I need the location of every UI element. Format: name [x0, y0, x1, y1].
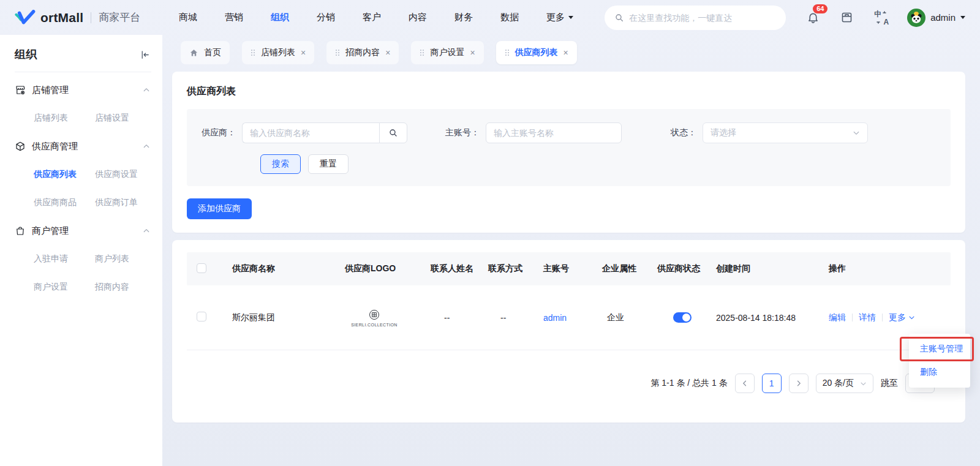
- tab-home[interactable]: 首页: [181, 41, 230, 64]
- nav-item-mall[interactable]: 商城: [179, 12, 197, 23]
- nav-item-organization[interactable]: 组织: [271, 12, 289, 23]
- sidebar-group-merchant: 商户管理 入驻申请 商户列表 商户设置 招商内容: [15, 217, 150, 301]
- language-button[interactable]: 中 A: [874, 10, 889, 25]
- sidebar-group-label: 供应商管理: [32, 141, 137, 152]
- select-all-checkbox[interactable]: [197, 263, 206, 273]
- nav-item-finance[interactable]: 财务: [454, 12, 473, 23]
- sidebar-item-shop-settings[interactable]: 店铺设置: [95, 104, 150, 132]
- page-button-1[interactable]: 1: [762, 374, 782, 393]
- page-title: 供应商列表: [187, 85, 951, 98]
- sidebar-item-merchant-list[interactable]: 商户列表: [95, 245, 150, 273]
- sidebar-item-entry-apply[interactable]: 入驻申请: [34, 245, 95, 273]
- chevron-up-icon: [143, 143, 150, 150]
- add-supplier-button[interactable]: 添加供应商: [187, 198, 252, 219]
- col-supplier-logo: 供应商LOGO: [337, 263, 431, 274]
- detail-link[interactable]: 详情: [859, 312, 876, 323]
- main-account-link[interactable]: admin: [543, 313, 602, 323]
- jump-label: 跳至: [881, 378, 898, 389]
- main-area: 首页 店铺列表 × 招商内容 × 商户设置 × 供应商列表 ×: [162, 35, 980, 466]
- notification-badge: 64: [813, 4, 827, 13]
- drag-handle-icon[interactable]: [505, 49, 510, 56]
- nav-item-customer[interactable]: 客户: [363, 12, 381, 23]
- edit-link[interactable]: 编辑: [829, 312, 846, 323]
- sidebar-item-merchant-settings[interactable]: 商户设置: [34, 273, 95, 301]
- reset-button[interactable]: 重置: [308, 154, 349, 174]
- caret-down-icon: [568, 16, 573, 19]
- sidebar-group-shop: 店铺管理 店铺列表 店铺设置: [15, 76, 150, 132]
- supplier-status-toggle[interactable]: [673, 312, 692, 323]
- caret-down-icon: [960, 16, 965, 19]
- tab-investment-content[interactable]: 招商内容 ×: [326, 41, 399, 64]
- supplier-name: 斯尔丽集团: [221, 312, 337, 323]
- global-search[interactable]: [605, 6, 786, 30]
- col-supplier-status: 供应商状态: [657, 263, 716, 274]
- search-icon: [614, 13, 624, 23]
- tab-label: 招商内容: [345, 47, 380, 58]
- tab-merchant-settings[interactable]: 商户设置 ×: [411, 41, 483, 64]
- col-created-at: 创建时间: [716, 263, 829, 274]
- sidebar-item-supplier-goods[interactable]: 供应商商品: [34, 189, 95, 217]
- status-select-value: 请选择: [710, 127, 736, 138]
- sidebar-group-label: 店铺管理: [32, 85, 137, 96]
- tab-label: 店铺列表: [261, 47, 295, 58]
- sidebar-item-supplier-settings[interactable]: 供应商设置: [95, 160, 150, 189]
- nav-item-content[interactable]: 内容: [409, 12, 427, 23]
- tab-supplier-list[interactable]: 供应商列表 ×: [496, 41, 577, 64]
- nav-item-data[interactable]: 数据: [500, 12, 519, 23]
- user-menu[interactable]: admin: [907, 9, 965, 27]
- close-icon[interactable]: ×: [470, 48, 475, 57]
- table-row: 斯尔丽集团 SIERLI.COLLECTION -- -- admin 企业: [187, 285, 951, 350]
- nav-more-label: 更多: [546, 12, 565, 23]
- top-navbar: ortMall 商家平台 商城 营销 组织 分销 客户 内容 财务 数据 更多: [0, 0, 980, 35]
- sidebar-group-merchant-header[interactable]: 商户管理: [15, 217, 150, 245]
- drag-handle-icon[interactable]: [251, 49, 255, 56]
- more-link[interactable]: 更多: [889, 312, 915, 323]
- status-select[interactable]: 请选择: [703, 122, 868, 143]
- filter-account: 主账号：: [445, 122, 622, 143]
- next-page-button[interactable]: [789, 374, 809, 393]
- cube-icon: [15, 141, 26, 152]
- sidebar-group-shop-header[interactable]: 店铺管理: [15, 76, 150, 104]
- drag-handle-icon[interactable]: [335, 49, 340, 56]
- home-icon: [189, 48, 198, 58]
- close-icon[interactable]: ×: [564, 48, 568, 57]
- more-link-label: 更多: [889, 312, 906, 323]
- menu-item-delete[interactable]: 删除: [909, 361, 970, 384]
- row-checkbox[interactable]: [197, 312, 206, 321]
- tab-bar: 首页 店铺列表 × 招商内容 × 商户设置 × 供应商列表 ×: [162, 35, 980, 70]
- menu-item-main-account-management[interactable]: 主账号管理: [909, 337, 970, 361]
- search-button[interactable]: 搜索: [260, 154, 301, 174]
- tab-label: 供应商列表: [515, 47, 558, 58]
- col-main-account: 主账号: [543, 263, 602, 274]
- supplier-search-button[interactable]: [379, 122, 407, 143]
- close-icon[interactable]: ×: [301, 48, 306, 57]
- chevron-down-icon: [853, 129, 860, 137]
- nav-item-marketing[interactable]: 营销: [225, 12, 243, 23]
- collapse-sidebar-icon[interactable]: [140, 50, 150, 60]
- sidebar-item-shop-list[interactable]: 店铺列表: [34, 104, 95, 132]
- page-size-select[interactable]: 20 条/页: [816, 374, 873, 393]
- supplier-input[interactable]: [242, 122, 379, 143]
- sidebar-item-investment-content[interactable]: 招商内容: [95, 273, 150, 301]
- nav-item-distribution[interactable]: 分销: [317, 12, 335, 23]
- sidebar-group-supplier-header[interactable]: 供应商管理: [15, 132, 150, 160]
- account-input[interactable]: [486, 122, 622, 143]
- sidebar-item-supplier-list[interactable]: 供应商列表: [34, 160, 95, 189]
- tab-shop-list[interactable]: 店铺列表 ×: [242, 41, 314, 64]
- sidebar-item-supplier-orders[interactable]: 供应商订单: [95, 189, 150, 217]
- nav-item-more[interactable]: 更多: [546, 12, 573, 23]
- prev-page-button[interactable]: [735, 374, 755, 393]
- drag-handle-icon[interactable]: [420, 49, 424, 56]
- chevron-up-icon: [143, 227, 150, 235]
- table-header: 供应商名称 供应商LOGO 联系人姓名 联系方式 主账号 企业属性 供应商状态 …: [187, 252, 951, 285]
- notification-button[interactable]: 64: [807, 11, 820, 24]
- pagination: 第 1-1 条 / 总共 1 条 1 20 条/页 跳至 页: [187, 374, 951, 393]
- search-icon: [388, 128, 398, 138]
- global-search-input[interactable]: [629, 13, 776, 23]
- bag-icon: [15, 225, 26, 236]
- workbench-button[interactable]: [840, 11, 853, 24]
- supplier-logo: SIERLI.COLLECTION: [345, 309, 404, 327]
- page-size-value: 20 条/页: [823, 378, 854, 389]
- sidebar: 组织 店铺管理 店铺列表 店铺设置: [0, 35, 162, 466]
- close-icon[interactable]: ×: [385, 48, 390, 57]
